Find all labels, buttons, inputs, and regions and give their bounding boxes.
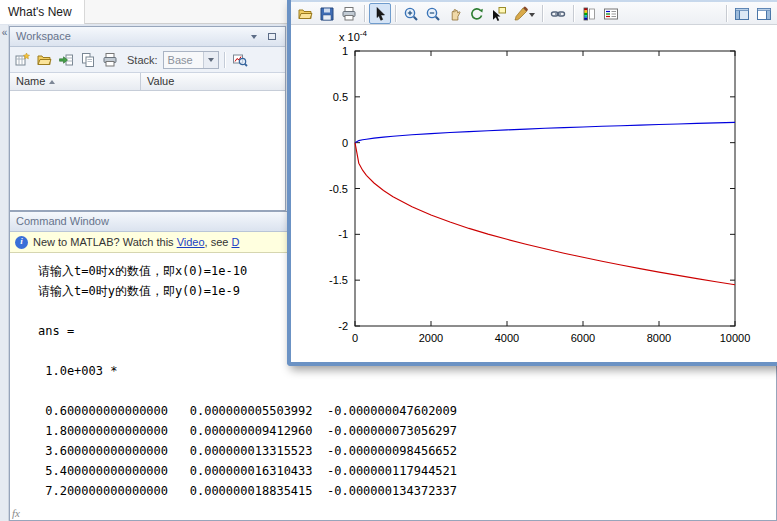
- pan-hand-icon: [447, 6, 463, 22]
- open-selection-button[interactable]: [34, 50, 54, 70]
- open-button[interactable]: [294, 3, 316, 24]
- toolbar-separator: [573, 5, 574, 22]
- tab-whats-new[interactable]: What's New: [0, 0, 85, 24]
- plot-selector-icon: [232, 52, 248, 68]
- zoom-out-button[interactable]: [422, 3, 444, 24]
- new-variable-icon: [14, 52, 30, 68]
- import-data-button[interactable]: [56, 50, 76, 70]
- print-button[interactable]: [100, 50, 120, 70]
- workspace-toolbar: Stack: Base: [10, 47, 285, 73]
- stack-value: Base: [164, 54, 203, 66]
- toolbar-separator: [726, 5, 727, 22]
- column-header-name-label: Name: [16, 73, 45, 90]
- arrow-cursor-icon: [372, 6, 388, 22]
- command-line: 5.400000000000000 0.000000016310433 -0.0…: [38, 461, 776, 481]
- show-plot-tools-button[interactable]: [753, 3, 775, 24]
- command-line: 0.600000000000000 0.000000005503992 -0.0…: [38, 401, 776, 421]
- workspace-title: Workspace: [16, 30, 71, 42]
- new-variable-button[interactable]: [12, 50, 32, 70]
- figure-toolbar: [291, 2, 777, 25]
- link-plots-button[interactable]: [547, 3, 569, 24]
- column-header-name[interactable]: Name: [10, 73, 141, 90]
- panel-actions-icon[interactable]: [247, 30, 261, 43]
- zoom-in-button[interactable]: [400, 3, 422, 24]
- x-tick-label: 2000: [419, 332, 443, 344]
- command-window-title: Command Window: [16, 215, 109, 227]
- info-icon: [15, 236, 28, 249]
- brush-button[interactable]: [510, 3, 538, 24]
- plot-selector-button[interactable]: [230, 50, 250, 70]
- banner-text-before: New to MATLAB? Watch this: [33, 236, 177, 248]
- y-axis-scale-label: x 10-4: [339, 29, 367, 43]
- copy-icon: [80, 52, 96, 68]
- x-tick-label: 6000: [571, 332, 595, 344]
- demos-link[interactable]: D: [232, 236, 240, 248]
- print-button[interactable]: [338, 3, 360, 24]
- y-tick-label: -1.5: [329, 274, 348, 286]
- chevron-down-icon: [529, 13, 535, 17]
- x-tick-label: 0: [352, 332, 358, 344]
- save-icon: [319, 6, 335, 22]
- copy-button[interactable]: [78, 50, 98, 70]
- command-line: 3.600000000000000 0.000000013315523 -0.0…: [38, 441, 776, 461]
- arrow-tool-button[interactable]: [369, 3, 391, 24]
- video-link[interactable]: Video: [177, 236, 205, 248]
- link-plots-icon: [550, 6, 566, 22]
- workspace-panel: Workspace Stack: Base: [9, 26, 286, 211]
- brush-icon: [513, 6, 529, 22]
- figure-canvas[interactable]: 10.50-0.5-1-1.5-20200040006000800010000x…: [291, 25, 777, 362]
- column-header-value[interactable]: Value: [141, 73, 285, 90]
- insert-colorbar-button[interactable]: [578, 3, 600, 24]
- workspace-column-headers: Name Value: [10, 73, 285, 91]
- y-tick-label: 1: [342, 45, 348, 57]
- command-line: 7.200000000000000 0.000000018835415 -0.0…: [38, 481, 776, 501]
- open-folder-icon: [297, 6, 313, 22]
- zoom-out-icon: [425, 6, 441, 22]
- figure-window: 10.50-0.5-1-1.5-20200040006000800010000x…: [287, 0, 777, 366]
- toolbar-separator: [224, 52, 225, 68]
- save-button[interactable]: [316, 3, 338, 24]
- x-tick-label: 10000: [720, 332, 751, 344]
- x-tick-label: 4000: [495, 332, 519, 344]
- axes-box: [355, 51, 735, 326]
- toolbar-separator: [542, 5, 543, 22]
- stack-label: Stack:: [127, 54, 158, 66]
- y-tick-label: 0: [342, 137, 348, 149]
- command-line: [38, 381, 776, 401]
- print-icon: [102, 52, 118, 68]
- rotate-3d-button[interactable]: [466, 3, 488, 24]
- pan-button[interactable]: [444, 3, 466, 24]
- workspace-list[interactable]: [10, 91, 285, 210]
- function-browser-button[interactable]: fx: [12, 507, 20, 519]
- y-tick-label: -2: [338, 320, 348, 332]
- insert-legend-button[interactable]: [600, 3, 622, 24]
- hide-plot-tools-icon: [734, 6, 750, 22]
- series-blue-curve: [355, 122, 735, 142]
- data-cursor-button[interactable]: [488, 3, 510, 24]
- left-collapsed-panel-strip: [0, 25, 9, 521]
- plot-svg[interactable]: 10.50-0.5-1-1.5-20200040006000800010000x…: [291, 25, 777, 362]
- expand-panel-button[interactable]: [0, 25, 9, 43]
- banner-text: New to MATLAB? Watch this Video, see D: [33, 236, 239, 248]
- workspace-titlebar[interactable]: Workspace: [10, 27, 285, 47]
- banner-text-middle: , see: [205, 236, 232, 248]
- undock-icon[interactable]: [265, 30, 279, 43]
- series-red-curve: [355, 143, 735, 285]
- zoom-in-icon: [403, 6, 419, 22]
- x-tick-label: 8000: [647, 332, 671, 344]
- hide-plot-tools-button[interactable]: [731, 3, 753, 24]
- open-folder-icon: [36, 52, 52, 68]
- toolbar-separator: [395, 5, 396, 22]
- sort-asc-icon: [49, 80, 55, 84]
- insert-legend-icon: [603, 6, 619, 22]
- y-tick-label: -0.5: [329, 183, 348, 195]
- command-line: 1.800000000000000 0.000000009412960 -0.0…: [38, 421, 776, 441]
- import-data-icon: [58, 52, 74, 68]
- stack-combobox[interactable]: Base: [163, 51, 219, 69]
- column-header-value-label: Value: [147, 73, 174, 90]
- rotate-3d-icon: [469, 6, 485, 22]
- y-tick-label: 0.5: [333, 91, 348, 103]
- show-plot-tools-icon: [756, 6, 772, 22]
- print-icon: [341, 6, 357, 22]
- y-tick-label: -1: [338, 228, 348, 240]
